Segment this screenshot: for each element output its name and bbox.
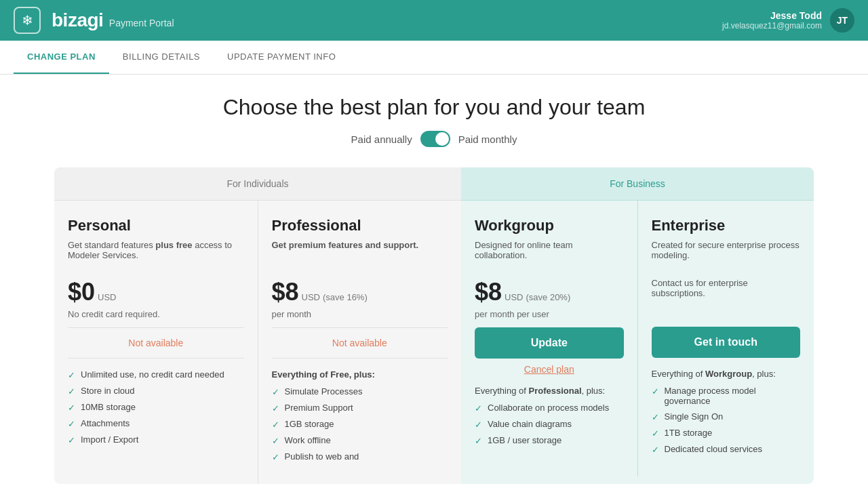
individuals-header: For Individuals bbox=[54, 167, 461, 201]
enterprise-plan-card: Enterprise Created for secure enterprise… bbox=[638, 201, 814, 476]
enterprise-contact-text: Contact us for enterprise subscriptions. bbox=[652, 278, 801, 305]
individuals-section: For Individuals Personal Get standard fe… bbox=[54, 167, 461, 484]
professional-plan-price: $8 USD (save 16%) bbox=[272, 278, 448, 306]
user-name: Jesse Todd bbox=[722, 10, 822, 21]
workgroup-plan-card: Workgroup Designed for online team colla… bbox=[461, 201, 638, 476]
workgroup-plan-description: Designed for online team collaboration. bbox=[475, 240, 624, 267]
professional-not-available: Not available bbox=[272, 327, 448, 359]
annually-label: Paid annually bbox=[351, 134, 412, 145]
workgroup-feature-3: ✓ 1GB / user storage bbox=[475, 435, 624, 446]
workgroup-features-heading: Everything of Professional, plus: bbox=[475, 386, 624, 396]
enterprise-feature-4: ✓ Dedicated cloud services bbox=[652, 444, 801, 455]
tab-update-payment[interactable]: UPDATE PAYMENT INFO bbox=[214, 41, 349, 74]
business-section: For Business Workgroup Designed for onli… bbox=[461, 167, 814, 484]
personal-not-available: Not available bbox=[68, 327, 244, 359]
personal-feature-5: ✓ Import / Export bbox=[68, 434, 244, 445]
check-icon-p2: ✓ bbox=[272, 403, 279, 413]
workgroup-update-button[interactable]: Update bbox=[475, 327, 624, 359]
workgroup-price-save: (save 20%) bbox=[526, 292, 571, 302]
check-icon-e2: ✓ bbox=[652, 412, 659, 422]
professional-price-currency: USD bbox=[302, 292, 320, 302]
personal-no-card: No credit card required. bbox=[68, 309, 244, 319]
personal-feature-4: ✓ Attachments bbox=[68, 418, 244, 429]
professional-price-period: per month bbox=[272, 309, 448, 319]
logo-icon: ❄ bbox=[14, 7, 41, 34]
workgroup-price-currency: USD bbox=[505, 292, 523, 302]
billing-toggle: Paid annually Paid monthly bbox=[54, 131, 814, 147]
get-in-touch-button[interactable]: Get in touch bbox=[652, 327, 801, 358]
page-title: Choose the best plan for you and your te… bbox=[54, 95, 814, 120]
check-icon-p3: ✓ bbox=[272, 420, 279, 430]
monthly-label: Paid monthly bbox=[458, 134, 517, 145]
header-left: ❄ bizagi Payment Portal bbox=[14, 7, 174, 34]
check-icon-e3: ✓ bbox=[652, 428, 659, 439]
personal-plan-description: Get standard features plus free access t… bbox=[68, 240, 244, 267]
enterprise-plan-name: Enterprise bbox=[652, 217, 801, 235]
snowflake-icon: ❄ bbox=[22, 12, 33, 28]
workgroup-price-amount: $8 bbox=[475, 278, 502, 306]
check-icon-e4: ✓ bbox=[652, 445, 659, 455]
personal-plan-price: $0 USD bbox=[68, 278, 244, 306]
professional-plan-description: Get premium features and support. bbox=[272, 240, 448, 267]
personal-feature-2: ✓ Store in cloud bbox=[68, 386, 244, 396]
professional-feature-1: ✓ Simulate Processes bbox=[272, 386, 448, 397]
professional-feature-2: ✓ Premium Support bbox=[272, 403, 448, 413]
professional-features-heading: Everything of Free, plus: bbox=[272, 369, 448, 380]
enterprise-feature-3: ✓ 1TB storage bbox=[652, 428, 801, 439]
professional-price-save: (save 16%) bbox=[323, 292, 368, 302]
individuals-plans-row: Personal Get standard features plus free… bbox=[54, 201, 461, 484]
workgroup-cancel-link[interactable]: Cancel plan bbox=[475, 364, 624, 375]
enterprise-feature-1: ✓ Manage process model governance bbox=[652, 386, 801, 406]
enterprise-price-spacer: Contact us for enterprise subscriptions. bbox=[652, 278, 801, 327]
business-header: For Business bbox=[461, 167, 814, 201]
professional-feature-5: ✓ Publish to web and bbox=[272, 451, 448, 462]
enterprise-plan-description: Created for secure enterprise process mo… bbox=[652, 240, 801, 267]
enterprise-features-heading: Everything of Workgroup, plus: bbox=[652, 369, 801, 379]
check-icon-e1: ✓ bbox=[652, 386, 659, 396]
tab-change-plan[interactable]: CHANGE PLAN bbox=[14, 41, 109, 74]
professional-feature-3: ✓ 1GB storage bbox=[272, 419, 448, 430]
workgroup-feature-1: ✓ Collaborate on process models bbox=[475, 403, 624, 413]
professional-plan-card: Professional Get premium features and su… bbox=[258, 201, 462, 484]
check-icon-p4: ✓ bbox=[272, 436, 279, 446]
professional-price-amount: $8 bbox=[272, 278, 299, 306]
portal-label: Payment Portal bbox=[109, 18, 174, 28]
check-icon-3: ✓ bbox=[68, 403, 75, 413]
main-content: Choose the best plan for you and your te… bbox=[27, 75, 841, 488]
professional-feature-4: ✓ Work offline bbox=[272, 435, 448, 446]
avatar: JT bbox=[830, 8, 854, 33]
logo-text: bizagi bbox=[52, 9, 103, 30]
check-icon-p5: ✓ bbox=[272, 452, 279, 462]
plans-container: For Individuals Personal Get standard fe… bbox=[54, 167, 814, 484]
personal-plan-card: Personal Get standard features plus free… bbox=[54, 201, 258, 484]
tab-billing-details[interactable]: BILLING DETAILS bbox=[109, 41, 214, 74]
workgroup-plan-price: $8 USD (save 20%) bbox=[475, 278, 624, 306]
professional-plan-name: Professional bbox=[272, 217, 448, 235]
workgroup-price-period: per month per user bbox=[475, 309, 624, 319]
check-icon-w3: ✓ bbox=[475, 436, 482, 446]
user-info: Jesse Todd jd.velasquez11@gmail.com bbox=[722, 10, 822, 30]
check-icon-w1: ✓ bbox=[475, 403, 482, 413]
billing-toggle-switch[interactable] bbox=[420, 131, 450, 147]
check-icon-4: ✓ bbox=[68, 419, 75, 429]
toggle-knob bbox=[435, 132, 449, 146]
personal-price-amount: $0 bbox=[68, 278, 95, 306]
check-icon-2: ✓ bbox=[68, 386, 75, 396]
personal-feature-3: ✓ 10MB storage bbox=[68, 402, 244, 413]
enterprise-feature-2: ✓ Single Sign On bbox=[652, 411, 801, 422]
personal-price-currency: USD bbox=[98, 292, 116, 302]
check-icon-w2: ✓ bbox=[475, 420, 482, 430]
check-icon-p1: ✓ bbox=[272, 387, 279, 397]
tabs-nav: CHANGE PLAN BILLING DETAILS UPDATE PAYME… bbox=[0, 41, 868, 75]
user-email: jd.velasquez11@gmail.com bbox=[722, 21, 822, 30]
logo-area: bizagi Payment Portal bbox=[52, 9, 174, 31]
personal-plan-name: Personal bbox=[68, 217, 244, 235]
header-right: Jesse Todd jd.velasquez11@gmail.com JT bbox=[722, 8, 854, 33]
workgroup-feature-2: ✓ Value chain diagrams bbox=[475, 419, 624, 430]
check-icon-1: ✓ bbox=[68, 370, 75, 380]
workgroup-plan-name: Workgroup bbox=[475, 217, 624, 235]
personal-feature-1: ✓ Unlimited use, no credit card needed bbox=[68, 369, 244, 380]
business-plans-row: Workgroup Designed for online team colla… bbox=[461, 201, 814, 476]
header: ❄ bizagi Payment Portal Jesse Todd jd.ve… bbox=[0, 0, 868, 41]
check-icon-5: ✓ bbox=[68, 435, 75, 445]
